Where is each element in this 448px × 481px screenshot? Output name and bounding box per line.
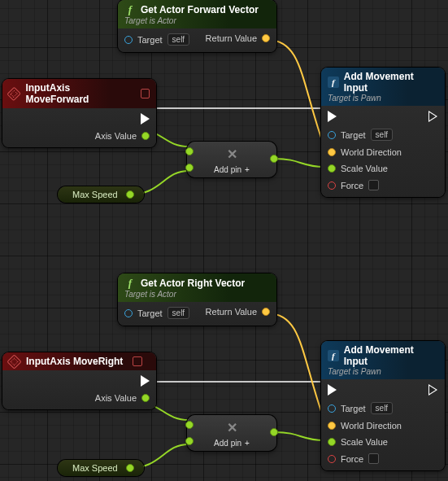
multiply-icon: ✕ (227, 420, 237, 435)
pin-exec-out[interactable] (141, 113, 150, 125)
exec-pin-icon (141, 113, 150, 125)
pin-label: Target (341, 404, 366, 413)
pin-label: Axis Value (95, 393, 137, 403)
float-pin-icon (141, 132, 150, 140)
pin-label: World Direction (341, 147, 402, 157)
node-title: InputAxis MoveRight (26, 356, 123, 367)
vector-pin-icon (328, 422, 336, 430)
pin-label: Target (341, 130, 366, 140)
pin-label: Target (137, 35, 163, 45)
pin-label: Scale Value (341, 437, 388, 447)
self-tag: self (371, 129, 394, 141)
object-pin-icon (124, 309, 133, 317)
pin-exec-out[interactable] (429, 111, 438, 122)
float-pin-icon[interactable] (126, 464, 134, 472)
node-inputaxis-moveright[interactable]: InputAxis MoveRight Axis Value (2, 352, 156, 409)
checkbox[interactable] (368, 180, 379, 190)
object-pin-icon (124, 36, 133, 44)
node-get-actor-right-vector[interactable]: f Get Actor Right Vector Target is Actor… (118, 273, 276, 326)
add-pin-label: Add pin (214, 439, 241, 448)
node-title: Get Actor Forward Vector (141, 4, 259, 15)
exec-pin-icon (328, 384, 337, 396)
add-pin-button[interactable]: Add pin + (214, 439, 250, 448)
bool-pin-icon (328, 455, 336, 463)
node-subtitle: Target is Actor (124, 16, 270, 25)
pin-b[interactable] (185, 437, 194, 445)
pin-world-direction[interactable]: World Direction (328, 421, 402, 431)
variable-label: Max Speed (72, 463, 118, 473)
plus-icon: + (245, 439, 250, 448)
pin-a[interactable] (185, 421, 194, 429)
float-pin-icon (141, 394, 150, 402)
pin-target[interactable]: Target self (124, 33, 189, 46)
pin-label: Return Value (206, 307, 257, 317)
node-max-speed-variable[interactable]: Max Speed (58, 460, 144, 476)
pin-label: Scale Value (341, 164, 388, 173)
exec-pin-icon (429, 384, 438, 396)
node-subtitle: Target is Pawn (328, 94, 438, 103)
node-subtitle: Target is Actor (124, 290, 270, 299)
pin-axis-value[interactable]: Axis Value (95, 393, 150, 403)
checkbox[interactable] (368, 453, 379, 464)
exec-pin-icon (429, 111, 438, 122)
event-icon (7, 86, 21, 101)
pin-world-direction[interactable]: World Direction (328, 147, 402, 157)
pin-label: Target (137, 308, 163, 318)
pin-exec-in[interactable] (328, 111, 402, 122)
float-pin-icon[interactable] (126, 190, 134, 199)
pin-force[interactable]: Force (328, 180, 402, 190)
function-icon: f (328, 350, 339, 361)
node-multiply[interactable]: ✕ Add pin + (187, 142, 276, 177)
node-add-movement-input[interactable]: f Add Movement Input Target is Pawn Targ… (321, 341, 445, 470)
pin-label: Return Value (206, 33, 257, 43)
self-tag: self (371, 402, 394, 414)
vector-pin-icon (328, 148, 336, 156)
pin-return-value[interactable]: Return Value (206, 307, 270, 317)
node-add-movement-input[interactable]: f Add Movement Input Target is Pawn Targ… (321, 68, 445, 197)
node-title: Add Movement Input (344, 71, 438, 94)
pin-force[interactable]: Force (328, 453, 402, 464)
pin-exec-in[interactable] (328, 384, 402, 396)
add-pin-button[interactable]: Add pin + (214, 165, 250, 174)
pin-out[interactable] (270, 155, 278, 163)
pin-axis-value[interactable]: Axis Value (95, 131, 150, 141)
exec-pin-icon (141, 375, 150, 387)
exec-pin-icon (328, 111, 337, 122)
plus-icon: + (245, 165, 250, 174)
add-pin-label: Add pin (214, 165, 241, 174)
event-icon (7, 354, 21, 369)
pin-scale-value[interactable]: Scale Value (328, 164, 402, 173)
node-title: Add Movement Input (344, 344, 438, 367)
multiply-icon: ✕ (227, 146, 237, 162)
node-title: InputAxis MoveForward (25, 82, 130, 105)
pin-exec-out[interactable] (141, 375, 150, 387)
pin-exec-out[interactable] (429, 384, 438, 396)
node-multiply[interactable]: ✕ Add pin + (187, 415, 276, 451)
float-pin-icon (328, 438, 336, 446)
stop-icon (141, 89, 150, 98)
pin-label: Axis Value (95, 131, 137, 141)
self-tag: self (167, 307, 190, 319)
self-tag: self (167, 33, 190, 46)
pin-label: Force (341, 454, 363, 464)
node-inputaxis-moveforward[interactable]: InputAxis MoveForward Axis Value (2, 79, 156, 147)
vector-pin-icon (262, 34, 270, 42)
stop-icon (133, 356, 142, 366)
pin-label: Force (341, 181, 363, 190)
pin-target[interactable]: Target self (124, 307, 189, 319)
node-get-actor-forward-vector[interactable]: f Get Actor Forward Vector Target is Act… (118, 0, 276, 52)
function-icon: f (124, 3, 136, 16)
pin-return-value[interactable]: Return Value (206, 33, 270, 43)
pin-out[interactable] (270, 428, 278, 436)
node-title: Get Actor Right Vector (141, 278, 245, 289)
function-icon: f (124, 277, 136, 290)
node-subtitle: Target is Pawn (328, 367, 438, 376)
pin-a[interactable] (185, 147, 194, 155)
node-max-speed-variable[interactable]: Max Speed (58, 186, 144, 203)
function-icon: f (328, 77, 339, 88)
pin-target[interactable]: Target self (328, 129, 402, 141)
float-pin-icon (328, 164, 336, 173)
pin-target[interactable]: Target self (328, 402, 402, 414)
pin-scale-value[interactable]: Scale Value (328, 437, 402, 447)
pin-b[interactable] (185, 164, 194, 172)
